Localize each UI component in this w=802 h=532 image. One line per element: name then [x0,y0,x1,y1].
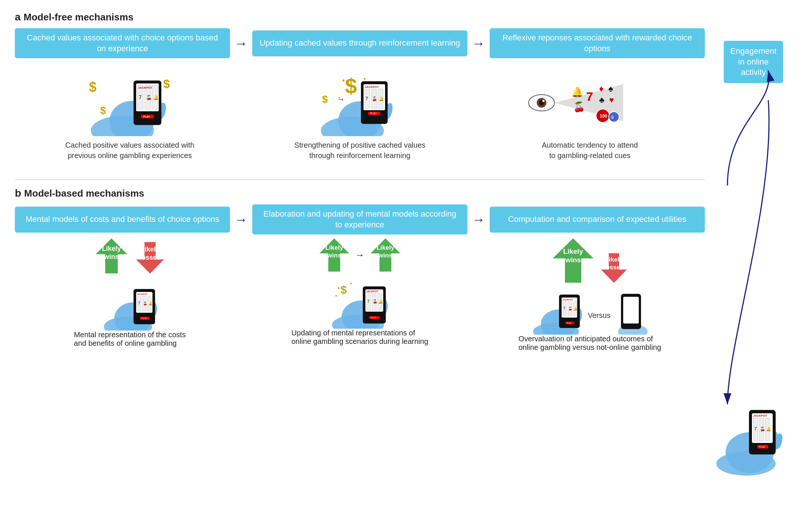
svg-text:JACKPOT: JACKPOT [753,414,767,417]
versus-label: Versus [588,311,610,320]
arrow-a1-a2: → [230,37,252,50]
step-b1-box: Mental models of costs and benefits of c… [15,207,230,233]
illus-b2-phone: JACKPOT 7 🍒 🔔 PLAY $ ✦ ✦ ✦ [326,277,393,329]
svg-text:7: 7 [586,89,593,104]
step-b1-wrapper: Mental models of costs and benefits of c… [15,207,230,233]
svg-text:🔔: 🔔 [573,306,578,311]
svg-text:$: $ [100,105,106,116]
section-b-title: Model-based mechanisms [24,188,144,199]
likely-wins-arrow-b1: Likelywins [96,238,127,276]
svg-text:7: 7 [563,306,565,311]
svg-text:$: $ [89,79,96,95]
svg-text:✦: ✦ [337,286,341,291]
svg-text:🍒: 🍒 [372,96,377,101]
svg-text:PLAY: PLAY [371,316,377,319]
section-a: a Model-free mechanisms Cached values as… [15,11,705,161]
illus-a2-svg: JACKPOT 7 🍒 🔔 PLAY $ → [308,62,412,136]
svg-text:5: 5 [611,115,614,119]
section-b-letter: b [15,187,21,199]
step-a2-wrapper: Updating cached values through reinforce… [252,30,467,56]
caption-b2: Updating of mental representations of on… [291,329,428,346]
svg-text:♦: ♦ [599,83,604,93]
arrow-b2-b3: → [467,213,490,226]
steps-row-b: Mental models of costs and benefits of c… [15,204,705,234]
right-panel-inner: Engagement in online activity [705,11,787,493]
main-layout: a Model-free mechanisms Cached values as… [15,11,787,493]
svg-point-46 [542,100,545,102]
caption-a3: Automatic tendency to attend to gambling… [542,140,638,161]
svg-text:JACKPOT: JACKPOT [138,86,152,89]
h-arrow-b2: → [355,249,365,274]
likely-wins-arrow-b2-right: Likelywins [371,238,400,274]
section-a-title: Model-free mechanisms [24,12,134,23]
illus-b3-phone1: JACKPOT 7 🍒 🔔 PLAY [528,286,584,335]
step-b3-box: Computation and comparison of expected u… [490,207,705,233]
svg-text:✦: ✦ [338,96,341,100]
illus-cell-a3: 🔔 7 🍒 ♦ ♠ ♣ ♥ 100 5 [475,62,705,161]
svg-text:🔔: 🔔 [379,96,384,101]
svg-text:PLAY: PLAY [567,322,572,324]
svg-text:♥: ♥ [609,95,614,105]
likely-losses-arrow-b1: Likelylosses [136,242,164,276]
step-b3-wrapper: Computation and comparison of expected u… [490,207,705,233]
svg-text:♣: ♣ [599,95,604,105]
arrow-a2-a3: → [467,37,490,50]
svg-rect-113 [623,297,639,324]
likely-losses-arrow-b3: Likelylosses [601,253,627,285]
svg-text:JACKPOT: JACKPOT [562,299,573,301]
caption-b3: Overvaluation of anticipated outcomes of… [519,335,661,352]
step-a3-wrapper: Reflexive reponses associated with rewar… [490,28,705,58]
section-divider [15,179,705,180]
svg-text:🍒: 🍒 [760,426,765,431]
arrow-b1-b2: → [230,213,252,226]
svg-text:7: 7 [365,96,368,101]
right-panel: Engagement in online activity [705,11,787,493]
svg-text:✦: ✦ [349,281,353,286]
step-b2-box: Elaboration and updating of mental model… [252,204,467,234]
step-a2-box: Updating cached values through reinforce… [252,30,467,56]
svg-text:JACKPOT: JACKPOT [365,85,379,89]
svg-text:🔔: 🔔 [153,95,159,100]
caption-b1: Mental representation of the costs and b… [74,331,185,348]
steps-row-a: Cached values associated with choice opt… [15,28,705,58]
illus-cell-b2: Likelywins → Likelywins [245,238,475,346]
illus-a3-svg: 🔔 7 🍒 ♦ ♠ ♣ ♥ 100 5 [519,62,660,136]
step-a1-box: Cached values associated with choice opt… [15,28,230,58]
svg-text:7: 7 [754,426,757,431]
svg-text:100: 100 [600,114,607,119]
b3-phones-container: JACKPOT 7 🍒 🔔 PLAY Versus [528,286,651,335]
svg-text:PLAY: PLAY [759,446,766,448]
svg-text:7: 7 [139,94,142,100]
illus-cell-a1: JACKPOT 7 🍒 🔔 PLAY $ $ $ Cached positive [15,62,245,161]
step-a3-box: Reflexive reponses associated with rewar… [490,28,705,58]
svg-text:🍒: 🍒 [373,299,378,304]
caption-a1: Cached positive values associated with p… [65,140,194,161]
likely-wins-arrow-b2-left: Likelywins [319,238,349,274]
svg-text:🔔: 🔔 [571,86,584,98]
svg-text:JACKPOT: JACKPOT [137,293,148,295]
svg-text:PLAY: PLAY [143,115,150,118]
illus-b3-phone2 [614,286,651,335]
svg-text:🍒: 🍒 [568,306,573,311]
section-b-label: b Model-based mechanisms [15,187,705,199]
svg-point-57 [609,112,619,122]
svg-text:♠: ♠ [608,83,613,93]
section-b: b Model-based mechanisms Mental models o… [15,187,705,352]
illus-b1-phone: JACKPOT 7 🍒 🔔 PLAY [100,279,160,331]
svg-text:PLAY: PLAY [370,112,377,115]
svg-text:🍒: 🍒 [146,95,152,100]
svg-text:✦: ✦ [335,294,338,298]
svg-text:JACKPOT: JACKPOT [366,290,379,293]
illus-row-b: Likelywins Likelylosses [15,238,705,352]
svg-text:✦: ✦ [341,78,346,83]
likely-wins-arrow-b3: Likelywins [553,238,594,285]
svg-text:🔔: 🔔 [766,426,771,431]
right-panel-svg: JACKPOT 7 🍒 🔔 PLAY [705,11,787,493]
caption-a2: Strengthening of positive cached values … [294,140,425,161]
svg-text:🔔: 🔔 [148,301,153,306]
illus-cell-b1: Likelywins Likelylosses [15,238,245,348]
svg-text:7: 7 [138,301,140,305]
illus-cell-b3: Likelywins Likelylosses [475,238,705,352]
illus-row-a: JACKPOT 7 🍒 🔔 PLAY $ $ $ Cached positive [15,62,705,161]
svg-text:🍒: 🍒 [573,101,585,113]
